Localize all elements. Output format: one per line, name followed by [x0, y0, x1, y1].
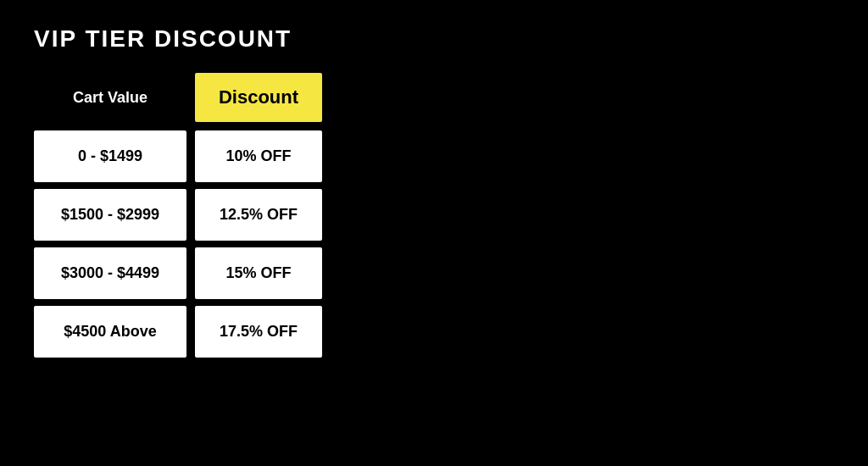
discount-table: Cart Value Discount 0 - $149910% OFF$150…	[34, 73, 356, 358]
cell-cart-value: 0 - $1499	[34, 130, 186, 182]
cell-discount: 10% OFF	[195, 130, 322, 182]
table-row: $3000 - $449915% OFF	[34, 247, 356, 299]
cell-cart-value: $4500 Above	[34, 306, 186, 358]
page-container: VIP TIER DISCOUNT Cart Value Discount 0 …	[0, 0, 868, 383]
cell-cart-value: $1500 - $2999	[34, 189, 186, 241]
page-title: VIP TIER DISCOUNT	[34, 25, 834, 53]
table-row: $4500 Above17.5% OFF	[34, 306, 356, 358]
cell-discount: 15% OFF	[195, 247, 322, 299]
cell-discount: 12.5% OFF	[195, 189, 322, 241]
table-rows: 0 - $149910% OFF$1500 - $299912.5% OFF$3…	[34, 130, 356, 358]
header-cart-value: Cart Value	[34, 80, 186, 115]
header-discount: Discount	[195, 73, 322, 122]
cell-discount: 17.5% OFF	[195, 306, 322, 358]
table-row: 0 - $149910% OFF	[34, 130, 356, 182]
table-row: $1500 - $299912.5% OFF	[34, 189, 356, 241]
cell-cart-value: $3000 - $4499	[34, 247, 186, 299]
table-header: Cart Value Discount	[34, 73, 356, 122]
